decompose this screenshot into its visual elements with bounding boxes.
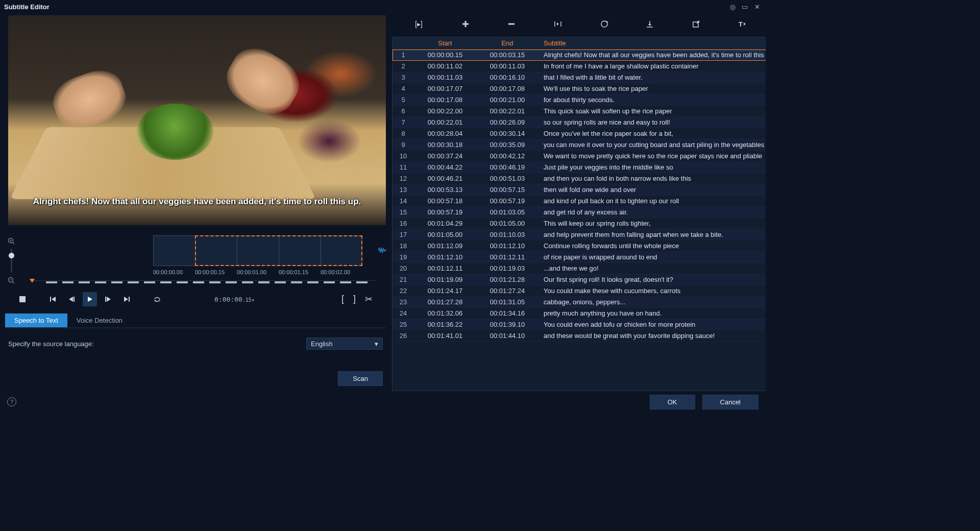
next-clip-button[interactable] — [119, 292, 134, 306]
table-row[interactable]: 1200:00:46.2100:00:51.03and then you can… — [393, 173, 766, 184]
mark-in-button[interactable]: [ — [341, 294, 344, 305]
table-row[interactable]: 2400:01:32.0600:01:34.16pretty much anyt… — [393, 308, 766, 319]
zoom-in-icon[interactable] — [8, 237, 15, 245]
svg-rect-7 — [19, 296, 26, 302]
svg-marker-30 — [744, 22, 746, 26]
mark-out-button[interactable]: ] — [353, 294, 356, 305]
help-icon[interactable]: ? — [7, 397, 16, 406]
svg-point-23 — [601, 21, 607, 27]
merge-icon[interactable] — [553, 20, 568, 28]
table-row[interactable]: 800:00:28.0400:00:30.14Once you've let t… — [393, 128, 766, 139]
loop-button[interactable] — [150, 292, 164, 306]
svg-marker-13 — [107, 297, 111, 302]
table-row[interactable]: 1500:00:57.1900:01:03.05and get rid of a… — [393, 207, 766, 218]
maximize-icon[interactable]: ▭ — [740, 2, 749, 11]
table-row[interactable]: 2600:01:41.0100:01:44.10and these would … — [393, 330, 766, 342]
table-row[interactable]: 700:00:22.0100:00:26.09so our spring rol… — [393, 117, 766, 128]
timecode: 0:00:00.15▾ — [214, 296, 255, 303]
table-row[interactable]: 600:00:22.0000:00:22.01This quick soak w… — [393, 106, 766, 117]
scan-button[interactable]: Scan — [338, 371, 383, 386]
cut-icon[interactable]: ✂ — [365, 294, 373, 305]
table-row[interactable]: 2000:01:12.1100:01:19.03...and there we … — [393, 263, 766, 274]
text-style-icon[interactable]: T — [738, 20, 752, 28]
table-row[interactable]: 1900:01:12.1000:01:12.11of rice paper is… — [393, 252, 766, 263]
zoom-slider[interactable] — [11, 249, 12, 273]
svg-marker-10 — [69, 297, 73, 302]
table-row[interactable]: 1400:00:57.1800:00:57.19and kind of pull… — [393, 196, 766, 207]
table-row[interactable]: 100:00:00.1500:00:03.15Alright chefs! No… — [393, 50, 766, 61]
table-row[interactable]: 2200:01:24.1700:01:27.24You could make t… — [393, 285, 766, 297]
table-row[interactable]: 1700:01:05.0000:01:10.03and help prevent… — [393, 229, 766, 240]
table-row[interactable]: 1300:00:53.1300:00:57.15then will fold o… — [393, 184, 766, 196]
tab-voice-detection[interactable]: Voice Detection — [67, 313, 132, 327]
close-icon[interactable]: ✕ — [752, 2, 762, 11]
table-row[interactable]: 2100:01:19.0900:01:21.28Our first spring… — [393, 274, 766, 285]
source-language-select[interactable]: English ▾ — [306, 337, 383, 350]
svg-text:T: T — [739, 20, 743, 28]
chevron-down-icon: ▾ — [375, 340, 378, 348]
col-subtitle[interactable]: Subtitle — [538, 37, 766, 49]
table-row[interactable]: 1600:01:04.2900:01:05.00This will keep o… — [393, 218, 766, 229]
svg-text:[▸]: [▸] — [415, 20, 423, 28]
svg-rect-14 — [105, 297, 106, 302]
step-fwd-button[interactable] — [101, 292, 115, 306]
import-icon[interactable] — [646, 20, 660, 28]
table-row[interactable]: 900:00:30.1800:00:35.09you can move it o… — [393, 139, 766, 151]
subtitle-overlay: Alright chefs! Now that all our veggies … — [8, 197, 386, 207]
table-row[interactable]: 400:00:17.0700:00:17.08We'll use this to… — [393, 83, 766, 94]
col-end[interactable]: End — [476, 37, 538, 49]
stop-button[interactable] — [15, 292, 30, 306]
prev-clip-button[interactable] — [46, 292, 60, 306]
window-title: Subtitle Editor — [4, 3, 50, 11]
cancel-button[interactable]: Cancel — [702, 395, 758, 409]
subtitle-table: Start End Subtitle 100:00:00.1500:00:03.… — [392, 37, 766, 391]
timeline[interactable]: 00:00:00.00 00:00:00.15 00:00:01.00 00:0… — [26, 235, 386, 286]
col-start[interactable]: Start — [414, 37, 476, 49]
export-icon[interactable] — [692, 20, 706, 28]
table-row[interactable]: 1100:00:44.2200:00:46.19Just pile your v… — [393, 162, 766, 173]
svg-rect-8 — [50, 297, 51, 302]
remove-subtitle-icon[interactable] — [507, 20, 522, 28]
add-subtitle-icon[interactable] — [461, 20, 476, 28]
shift-time-icon[interactable] — [600, 20, 614, 28]
svg-rect-11 — [74, 297, 75, 302]
step-back-button[interactable] — [64, 292, 79, 306]
table-row[interactable]: 1800:01:12.0900:01:12.10Continue rolling… — [393, 240, 766, 252]
video-preview[interactable]: Alright chefs! Now that all our veggies … — [8, 15, 386, 225]
zoom-out-icon[interactable] — [8, 277, 15, 284]
svg-marker-22 — [557, 22, 559, 26]
reset-layout-icon[interactable]: ◎ — [728, 2, 737, 11]
table-row[interactable]: 300:00:11.0300:00:16.10that I filled wit… — [393, 72, 766, 83]
table-row[interactable]: 2300:01:27.2800:01:31.05cabbage, onions,… — [393, 297, 766, 308]
svg-marker-25 — [648, 24, 651, 26]
ok-button[interactable]: OK — [650, 395, 695, 409]
source-language-label: Specify the source language: — [8, 340, 94, 348]
svg-marker-15 — [124, 297, 128, 302]
titlebar: Subtitle Editor ◎ ▭ ✕ — [0, 0, 766, 13]
svg-line-1 — [13, 242, 15, 244]
table-row[interactable]: 2500:01:36.2200:01:39.10You could even a… — [393, 319, 766, 330]
table-row[interactable]: 1000:00:37.2400:00:42.12We want to move … — [393, 151, 766, 162]
waveform-icon[interactable] — [378, 247, 387, 254]
play-button[interactable] — [83, 292, 97, 306]
svg-rect-16 — [129, 297, 130, 302]
playhead-marker[interactable] — [30, 279, 35, 283]
tab-speech-to-text[interactable]: Speech to Text — [5, 313, 67, 327]
table-row[interactable]: 200:00:11.0200:00:11.03In front of me I … — [393, 61, 766, 72]
table-row[interactable]: 500:00:17.0800:00:21.00for about thirty … — [393, 94, 766, 106]
svg-line-5 — [13, 282, 15, 284]
svg-marker-12 — [88, 297, 92, 302]
play-selection-icon[interactable]: [▸] — [415, 20, 429, 28]
svg-marker-9 — [52, 297, 56, 302]
